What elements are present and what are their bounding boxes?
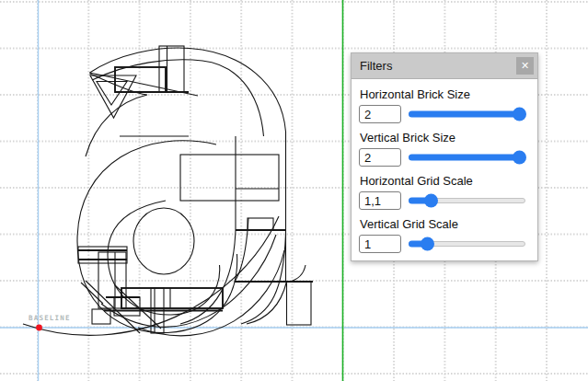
filters-panel-titlebar[interactable]: Filters ✕ bbox=[352, 53, 537, 79]
filter-control-2: Horizontal Grid Scale bbox=[359, 174, 525, 211]
slider-fill bbox=[409, 155, 525, 161]
brick-diagonal bbox=[81, 283, 103, 304]
brick bbox=[248, 218, 273, 230]
filter-slider[interactable] bbox=[409, 236, 525, 252]
filter-control-row bbox=[359, 147, 525, 167]
origin-point[interactable] bbox=[36, 325, 42, 331]
baseline-label: BASELINE bbox=[29, 314, 71, 322]
glyph-counter bbox=[133, 208, 194, 274]
filter-control-0: Horizontal Brick Size bbox=[359, 87, 525, 124]
brick bbox=[287, 282, 312, 325]
filter-slider[interactable] bbox=[409, 192, 525, 209]
filter-control-label: Horizontal Grid Scale bbox=[360, 174, 525, 188]
slider-thumb[interactable] bbox=[513, 151, 526, 165]
glyph-editor-stage: BASELINE Filters ✕ Horizontal Brick Size… bbox=[0, 0, 588, 381]
filter-control-row bbox=[359, 104, 525, 124]
filter-control-label: Vertical Brick Size bbox=[360, 131, 525, 144]
filters-panel-body: Horizontal Brick Size Vertical Brick Siz… bbox=[352, 79, 537, 254]
glyph-hook-inner bbox=[92, 60, 264, 136]
filter-control-label: Horizontal Brick Size bbox=[360, 87, 525, 101]
slider-thumb[interactable] bbox=[424, 194, 438, 208]
filter-slider[interactable] bbox=[409, 106, 525, 122]
slider-thumb[interactable] bbox=[421, 237, 434, 251]
glyph-tail-curve-3 bbox=[247, 282, 287, 324]
glyph-hook-lower-edge bbox=[86, 74, 147, 156]
close-icon[interactable]: ✕ bbox=[516, 57, 534, 75]
filter-value-input[interactable] bbox=[359, 191, 401, 210]
filters-panel: Filters ✕ Horizontal Brick Size Vertical… bbox=[351, 52, 538, 261]
filter-control-1: Vertical Brick Size bbox=[359, 131, 525, 167]
glyph-a-wireframe[interactable] bbox=[23, 46, 313, 336]
slider-fill bbox=[409, 111, 525, 118]
brick bbox=[78, 247, 127, 263]
filter-value-input[interactable] bbox=[359, 235, 401, 253]
filter-value-input[interactable] bbox=[359, 148, 401, 167]
filter-control-row bbox=[359, 190, 525, 211]
slider-thumb[interactable] bbox=[513, 108, 526, 121]
filter-control-label: Vertical Grid Scale bbox=[360, 217, 525, 231]
filter-value-input[interactable] bbox=[359, 105, 401, 123]
filters-panel-title: Filters bbox=[360, 59, 392, 73]
filter-slider[interactable] bbox=[409, 149, 525, 166]
filter-control-row bbox=[359, 234, 525, 254]
brick bbox=[159, 46, 184, 92]
filter-control-3: Vertical Grid Scale bbox=[359, 217, 525, 254]
brick bbox=[180, 155, 279, 201]
